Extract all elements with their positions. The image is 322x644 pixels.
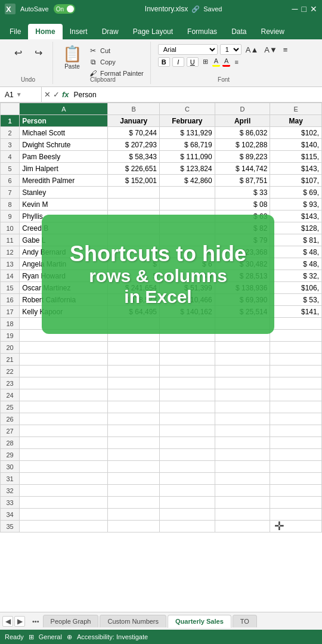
cell-25-B[interactable] [108, 401, 160, 413]
col-header-e[interactable]: E [270, 103, 322, 115]
cell-30-A[interactable] [20, 461, 108, 473]
cell-21-C[interactable] [160, 354, 215, 366]
cell-5-B[interactable]: $ 226,651 [108, 163, 160, 175]
tab-draw[interactable]: Draw [95, 24, 126, 39]
paste-button[interactable]: 📋 Paste [60, 43, 84, 71]
cell-24-B[interactable] [108, 389, 160, 401]
cell-32-B[interactable] [108, 485, 160, 497]
cell-31-D[interactable] [215, 473, 270, 485]
cell-20-B[interactable] [108, 342, 160, 354]
underline-button[interactable]: U [187, 57, 199, 67]
cell-34-A[interactable] [20, 509, 108, 521]
cell-34-C[interactable] [160, 509, 215, 521]
sheet-more-button[interactable]: ••• [29, 618, 43, 625]
col-header-b[interactable]: B [108, 103, 160, 115]
cell-25-A[interactable] [20, 401, 108, 413]
cell-1-C[interactable]: February [160, 115, 215, 127]
autosave-toggle[interactable]: On [54, 4, 75, 14]
cell-32-D[interactable] [215, 485, 270, 497]
cell-33-A[interactable] [20, 497, 108, 509]
cell-5-C[interactable]: $ 123,824 [160, 163, 215, 175]
sheet-tab-to[interactable]: TO [233, 615, 257, 627]
cell-14-E[interactable]: $ 32, [270, 270, 322, 282]
cell-28-D[interactable] [215, 437, 270, 449]
cell-27-D[interactable] [215, 425, 270, 437]
cell-21-D[interactable] [215, 354, 270, 366]
italic-button[interactable]: I [172, 57, 184, 67]
cell-3-D[interactable]: $ 102,288 [215, 139, 270, 151]
cell-3-A[interactable]: Dwight Schrute [20, 139, 108, 151]
cell-24-C[interactable] [160, 389, 215, 401]
cell-27-E[interactable] [270, 425, 322, 437]
cell-9-E[interactable]: $143, [270, 210, 322, 222]
minimize-icon[interactable]: ─ [292, 4, 298, 14]
cell-22-D[interactable] [215, 366, 270, 377]
cell-7-C[interactable] [160, 187, 215, 199]
cell-29-E[interactable] [270, 449, 322, 461]
cell-1-D[interactable]: April [215, 115, 270, 127]
cell-24-D[interactable] [215, 389, 270, 401]
cell-15-E[interactable]: $106, [270, 282, 322, 294]
cell-34-E[interactable] [270, 509, 322, 521]
cell-22-B[interactable] [108, 366, 160, 377]
tab-review[interactable]: Review [253, 24, 291, 39]
cell-26-E[interactable] [270, 413, 322, 425]
copy-button[interactable]: ⧉ Copy [86, 57, 145, 67]
cell-4-E[interactable]: $115, [270, 151, 322, 163]
cell-6-D[interactable]: $ 87,751 [215, 175, 270, 187]
cell-4-A[interactable]: Pam Beesly [20, 151, 108, 163]
cell-35-B[interactable] [108, 521, 160, 532]
cell-2-E[interactable]: $102, [270, 127, 322, 139]
cell-33-E[interactable] [270, 497, 322, 509]
tab-formulas[interactable]: Formulas [180, 24, 224, 39]
cell-30-D[interactable] [215, 461, 270, 473]
cell-27-A[interactable] [20, 425, 108, 437]
cell-22-C[interactable] [160, 366, 215, 377]
cell-23-D[interactable] [215, 377, 270, 389]
cell-29-A[interactable] [20, 449, 108, 461]
cell-27-B[interactable] [108, 425, 160, 437]
cell-28-E[interactable] [270, 437, 322, 449]
cell-31-E[interactable] [270, 473, 322, 485]
cell-12-E[interactable]: $ 48, [270, 246, 322, 258]
cell-31-B[interactable] [108, 473, 160, 485]
cut-button[interactable]: ✂ Cut [86, 45, 145, 56]
tab-insert[interactable]: Insert [63, 24, 95, 39]
cell-2-A[interactable]: Michael Scott [20, 127, 108, 139]
cell-1-B[interactable]: January [108, 115, 160, 127]
col-header-c[interactable]: C [160, 103, 215, 115]
cell-23-B[interactable] [108, 377, 160, 389]
cell-26-A[interactable] [20, 413, 108, 425]
cell-7-D[interactable]: $ 33 [215, 187, 270, 199]
cell-28-C[interactable] [160, 437, 215, 449]
cell-6-B[interactable]: $ 152,001 [108, 175, 160, 187]
cell-25-C[interactable] [160, 401, 215, 413]
font-size-selector[interactable]: 11 [220, 44, 242, 55]
cell-31-C[interactable] [160, 473, 215, 485]
cell-20-C[interactable] [160, 342, 215, 354]
cell-8-B[interactable] [108, 199, 160, 210]
border-button[interactable]: ⊞ [201, 57, 210, 66]
cell-10-E[interactable]: $128, [270, 222, 322, 234]
cell-35-E[interactable] [270, 521, 322, 532]
cell-1-A[interactable]: Person [20, 115, 108, 127]
cell-5-D[interactable]: $ 144,742 [215, 163, 270, 175]
cell-28-A[interactable] [20, 437, 108, 449]
cell-2-B[interactable]: $ 70,244 [108, 127, 160, 139]
decrease-font-button[interactable]: A▼ [262, 45, 279, 55]
fill-color-button[interactable]: A [212, 57, 220, 67]
increase-font-button[interactable]: A▲ [244, 45, 261, 55]
cell-16-E[interactable]: $ 53, [270, 294, 322, 306]
tab-home[interactable]: Home [28, 24, 62, 39]
cell-21-A[interactable] [20, 354, 108, 366]
cell-28-B[interactable] [108, 437, 160, 449]
maximize-icon[interactable]: □ [302, 4, 306, 14]
cell-25-E[interactable] [270, 401, 322, 413]
cell-34-B[interactable] [108, 509, 160, 521]
cell-32-C[interactable] [160, 485, 215, 497]
cell-23-E[interactable] [270, 377, 322, 389]
cell-26-D[interactable] [215, 413, 270, 425]
sheet-tab-custom-numbers[interactable]: Custom Numbers [100, 615, 166, 627]
cell-22-E[interactable] [270, 366, 322, 377]
cell-7-B[interactable] [108, 187, 160, 199]
